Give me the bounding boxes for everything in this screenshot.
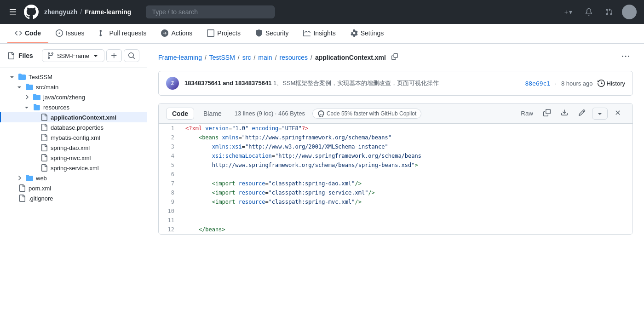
add-file-button[interactable] [106,49,122,62]
file-viewer: Code Blame 13 lines (9 loc) · 466 Bytes … [158,103,633,235]
tree-item-label: web [36,175,47,182]
line-number: 3 [159,142,182,151]
breadcrumb-user[interactable]: zhengyuzh [44,8,77,16]
search-input[interactable] [146,6,275,18]
copy-path-button[interactable] [389,52,401,62]
line-number: 4 [159,151,182,161]
notifications-button[interactable] [581,6,596,17]
pull-requests-nav-button[interactable] [602,6,616,17]
chevron-down-icon [23,103,30,111]
breadcrumb-main-link[interactable]: main [258,54,272,61]
file-actions: Raw [517,107,625,120]
new-button[interactable]: + ▾ [561,6,576,17]
raw-button[interactable]: Raw [517,108,537,119]
tab-projects[interactable]: Projects [200,24,248,43]
tab-code[interactable]: Code [7,24,48,43]
plus-icon: + [564,8,568,16]
file-icon [40,114,48,121]
folder-icon [18,73,26,80]
line-code: <import resource="classpath:spring-mvc.x… [182,197,632,207]
commit-hash-link[interactable]: 88e69c1 [525,80,550,87]
tab-insights[interactable]: Insights [296,24,343,43]
tree-item-label: mybatis-config.xml [51,134,100,141]
main-layout: Files SSM-Frame TestSSM [0,44,644,308]
tab-issues[interactable]: Issues [48,24,92,43]
tab-insights-label: Insights [313,29,335,37]
tree-item-springservice[interactable]: spring-service.xml [0,163,147,173]
line-code: <import resource="classpath:spring-dao.x… [182,179,632,188]
edit-button[interactable] [575,107,589,120]
tree-item-label: spring-mvc.xml [51,155,91,161]
issues-icon [56,29,63,37]
file-viewer-header: Code Blame 13 lines (9 loc) · 466 Bytes … [159,103,632,124]
branch-name: SSM-Frame [57,52,89,59]
tab-security[interactable]: Security [248,24,296,43]
view-tab-blame[interactable]: Blame [198,108,227,119]
file-icon [40,134,48,141]
copilot-badge[interactable]: Code 55% faster with GitHub Copilot [312,109,421,119]
line-number: 2 [159,133,182,142]
files-icon [7,52,15,59]
tab-pull-requests-label: Pull requests [109,29,146,37]
more-file-actions-button[interactable] [592,108,608,120]
tree-item-pom[interactable]: pom.xml [0,183,147,193]
tree-item-testsm[interactable]: TestSSM [0,72,147,82]
code-line-10: 10 [159,207,632,216]
tree-item-database[interactable]: database.properties [0,122,147,132]
tree-item-springdao[interactable]: spring-dao.xml [0,143,147,153]
chevron-down-icon: ▾ [569,8,572,16]
repo-tabs: Code Issues Pull requests Actions Projec… [0,24,644,44]
breadcrumb-sep: / [253,54,255,61]
tree-item-applicationcontext[interactable]: applicationContext.xml [0,112,147,122]
breadcrumb-resources-link[interactable]: resources [280,54,308,61]
tab-actions[interactable]: Actions [154,24,200,43]
tree-item-label: src/main [36,84,58,91]
history-label: History [607,80,625,87]
breadcrumb-src-link[interactable]: src [242,54,251,61]
hamburger-button[interactable] [7,6,18,17]
line-code [182,207,632,216]
branch-selector[interactable]: SSM-Frame [42,49,104,62]
tab-settings[interactable]: Settings [343,24,391,43]
breadcrumb-sep: / [310,54,312,61]
tree-item-springmvc[interactable]: spring-mvc.xml [0,153,147,163]
breadcrumb-repo-link[interactable]: Frame-learning [158,54,202,61]
copy-raw-button[interactable] [540,107,554,120]
tree-item-resources[interactable]: resources [0,102,147,112]
tree-item-label: database.properties [51,124,104,131]
tree-item-label: spring-service.xml [51,165,99,172]
tab-security-label: Security [265,29,289,37]
commit-info: 18348375641 and 18348375641 1、SSM框架整合案例，… [184,79,519,87]
avatar[interactable] [622,5,637,19]
commit-avatar: Z [166,77,179,90]
line-code: xmlns:xsi="http://www.w3.org/2001/XMLSch… [182,142,632,151]
line-code: </beans> [182,225,632,234]
breadcrumb-separator: / [80,8,82,16]
file-icon [18,184,26,192]
view-tab-code[interactable]: Code [166,108,194,120]
search-files-button[interactable] [124,49,139,62]
tree-item-gitignore[interactable]: .gitignore [0,193,147,203]
more-options-button[interactable] [618,51,633,63]
code-line-1: 1 <?xml version="1.0" encoding="UTF8"?> [159,124,632,133]
download-button[interactable] [557,107,572,120]
chevron-down-icon [596,110,604,117]
tab-code-label: Code [25,29,41,37]
chevron-down-icon [8,73,16,80]
folder-icon [26,83,33,91]
breadcrumb-sep: / [238,54,240,61]
breadcrumb-testsm-link[interactable]: TestSSM [209,54,235,61]
settings-icon [351,29,358,37]
tree-item-web[interactable]: web [0,173,147,183]
tab-pull-requests[interactable]: Pull requests [92,24,154,43]
folder-icon [33,93,40,101]
line-number: 11 [159,216,182,225]
code-line-8: 8 <import resource="classpath:spring-ser… [159,188,632,197]
collapse-button[interactable] [610,107,625,120]
history-button[interactable]: History [598,80,625,87]
tree-item-mybatis[interactable]: mybatis-config.xml [0,132,147,143]
tree-item-java[interactable]: java/com/zheng [0,92,147,102]
navbar-left: zhengyuzh / Frame-learning [7,5,131,19]
code-line-6: 6 [159,170,632,179]
tree-item-srcmain[interactable]: src/main [0,82,147,92]
